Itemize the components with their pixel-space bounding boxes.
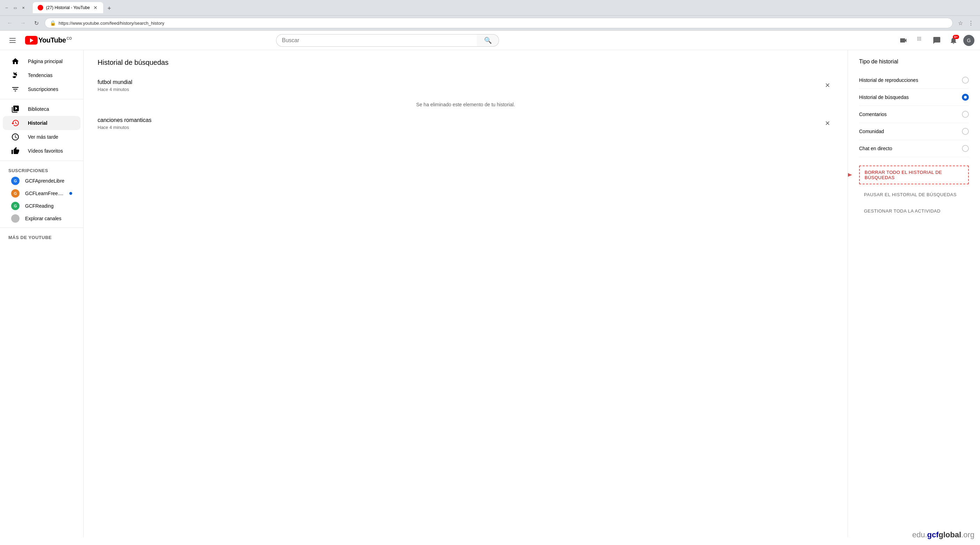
yt-logo[interactable]: YouTube CO bbox=[25, 36, 72, 44]
yt-logo-text: YouTube bbox=[38, 36, 66, 44]
reload-button[interactable]: ↻ bbox=[31, 18, 41, 28]
radio-item-community[interactable]: Comunidad bbox=[859, 123, 969, 140]
library-icon bbox=[11, 105, 19, 113]
delete-all-button[interactable]: BORRAR TODO EL HISTORIAL DE BÚSQUEDAS bbox=[859, 165, 969, 184]
radio-circle-community bbox=[962, 128, 969, 135]
subscriptions-icon bbox=[11, 85, 19, 94]
panel-actions: BORRAR TODO EL HISTORIAL DE BÚSQUEDAS PA… bbox=[859, 165, 969, 217]
sidebar-divider-1 bbox=[0, 99, 83, 99]
sidebar-item-subscriptions-label: Suscripciones bbox=[28, 86, 58, 92]
notifications-icon[interactable]: 9+ bbox=[947, 33, 961, 48]
radio-circle-searches bbox=[962, 94, 969, 101]
history-item-2: canciones romanticas Hace 4 minutos ✕ bbox=[98, 113, 834, 134]
search-button[interactable]: 🔍 bbox=[477, 34, 499, 47]
url-text: https://www.youtube.com/feed/history/sea… bbox=[59, 21, 948, 26]
panel-title: Tipo de historial bbox=[859, 59, 969, 65]
sub-avatar-gcfaprendelibre: G bbox=[11, 177, 19, 185]
history-item-1-info: futbol mundial Hace 4 minutos bbox=[98, 79, 821, 92]
radio-circle-live-chat bbox=[962, 145, 969, 152]
radio-label-community: Comunidad bbox=[859, 129, 884, 134]
chat-icon[interactable] bbox=[930, 33, 944, 48]
radio-label-searches: Historial de búsquedas bbox=[859, 94, 908, 100]
sidebar-sub-gcflearnfree[interactable]: G GCFLearnFree.... bbox=[3, 187, 81, 200]
address-bar: ← → ↻ 🔒 https://www.youtube.com/feed/his… bbox=[0, 15, 980, 30]
sidebar-item-library[interactable]: Biblioteca bbox=[3, 102, 81, 116]
arrow-annotation bbox=[848, 164, 852, 185]
radio-item-comments[interactable]: Comentarios bbox=[859, 106, 969, 123]
search-input[interactable] bbox=[276, 34, 477, 47]
url-bar[interactable]: 🔒 https://www.youtube.com/feed/history/s… bbox=[45, 18, 953, 28]
new-tab-button[interactable]: + bbox=[105, 3, 114, 13]
sidebar-item-home-label: Página principal bbox=[28, 59, 63, 64]
notification-badge: 9+ bbox=[953, 35, 959, 39]
radio-label-live-chat: Chat en directo bbox=[859, 146, 892, 151]
bookmark-icon[interactable]: ☆ bbox=[956, 19, 965, 27]
search-container: 🔍 bbox=[276, 34, 499, 47]
radio-label-comments: Comentarios bbox=[859, 111, 886, 117]
sidebar-item-home[interactable]: Página principal bbox=[3, 54, 81, 68]
history-item-2-remove-button[interactable]: ✕ bbox=[821, 117, 834, 130]
sidebar-divider-3 bbox=[0, 227, 83, 228]
history-item-1-time: Hace 4 minutos bbox=[98, 87, 821, 92]
radio-label-reproductions: Historial de reproducciones bbox=[859, 77, 918, 83]
sub-avatar-gcflearnfree: G bbox=[11, 189, 19, 198]
yt-header: YouTube CO 🔍 bbox=[0, 31, 980, 50]
history-panel: Tipo de historial Historial de reproducc… bbox=[848, 50, 980, 537]
tab-title: (27) Historial - YouTube bbox=[46, 5, 90, 10]
menu-button[interactable] bbox=[6, 33, 19, 48]
history-title: Historial de búsquedas bbox=[98, 59, 834, 67]
history-icon bbox=[11, 119, 19, 127]
sidebar-sub-explore[interactable]: Explorar canales bbox=[3, 212, 81, 225]
yt-logo-icon bbox=[25, 36, 38, 44]
history-item-2-info: canciones romanticas Hace 4 minutos bbox=[98, 117, 821, 130]
subscriptions-section-title: SUSCRIPCIONES bbox=[0, 164, 83, 175]
user-avatar[interactable]: G bbox=[963, 35, 974, 46]
sidebar-item-liked[interactable]: Vídeos favoritos bbox=[3, 144, 81, 158]
watch-later-icon bbox=[11, 133, 19, 141]
radio-item-live-chat[interactable]: Chat en directo bbox=[859, 140, 969, 157]
sidebar-item-library-label: Biblioteca bbox=[28, 106, 49, 112]
back-button[interactable]: ← bbox=[5, 18, 14, 28]
maximize-button[interactable]: ▭ bbox=[12, 5, 18, 11]
sidebar-item-subscriptions[interactable]: Suscripciones bbox=[3, 82, 81, 96]
apps-icon[interactable] bbox=[913, 33, 927, 48]
lock-icon: 🔒 bbox=[50, 20, 56, 26]
radio-circle-reproductions bbox=[962, 77, 969, 84]
delete-action-wrapper: BORRAR TODO EL HISTORIAL DE BÚSQUEDAS bbox=[859, 165, 969, 184]
sidebar-divider-2 bbox=[0, 160, 83, 161]
manage-activity-button[interactable]: GESTIONAR TODA LA ACTIVIDAD bbox=[859, 205, 969, 217]
sidebar-sub-gcfaprendelibre[interactable]: G GCFAprendeLibre bbox=[3, 175, 81, 187]
watermark-suffix: .org bbox=[961, 531, 974, 537]
forward-button[interactable]: → bbox=[18, 18, 28, 28]
upload-video-icon[interactable] bbox=[896, 33, 910, 48]
radio-item-reproductions[interactable]: Historial de reproducciones bbox=[859, 72, 969, 89]
radio-circle-comments bbox=[962, 111, 969, 118]
sidebar-item-history[interactable]: Historial bbox=[3, 116, 81, 130]
watermark-brand: gcf bbox=[927, 531, 939, 537]
history-item-1-query: futbol mundial bbox=[98, 79, 821, 85]
active-tab[interactable]: (27) Historial - YouTube ✕ bbox=[33, 2, 103, 13]
history-item-1-remove-button[interactable]: ✕ bbox=[821, 79, 834, 92]
hamburger-line-1 bbox=[10, 38, 16, 39]
sidebar-item-watch-later[interactable]: Ver más tarde bbox=[3, 130, 81, 144]
sidebar-sub-gcfreading[interactable]: G GCFReading bbox=[3, 200, 81, 212]
sub-label-gcfaprendelibre: GCFAprendeLibre bbox=[25, 178, 64, 184]
pause-history-button[interactable]: PAUSAR EL HISTORIAL DE BÚSQUEDAS bbox=[859, 189, 969, 201]
home-icon bbox=[11, 57, 19, 65]
browser-menu-icon[interactable]: ⋮ bbox=[967, 19, 975, 27]
minimize-button[interactable]: ─ bbox=[3, 5, 10, 11]
radio-item-searches[interactable]: Historial de búsquedas bbox=[859, 89, 969, 106]
yt-logo-co: CO bbox=[67, 37, 72, 40]
title-bar: ─ ▭ ✕ (27) Historial - YouTube ✕ + bbox=[0, 0, 980, 15]
sub-label-gcfreading: GCFReading bbox=[25, 203, 54, 209]
sidebar-item-history-label: Historial bbox=[28, 120, 48, 126]
sub-avatar-explore bbox=[11, 214, 19, 222]
close-button[interactable]: ✕ bbox=[20, 5, 27, 11]
watermark: edu.gcfglobal.org bbox=[912, 531, 974, 537]
sidebar-item-trending[interactable]: Tendencias bbox=[3, 68, 81, 82]
history-item-2-time: Hace 4 minutos bbox=[98, 125, 821, 130]
sidebar-item-watch-later-label: Ver más tarde bbox=[28, 134, 58, 140]
sub-label-explore: Explorar canales bbox=[25, 216, 61, 221]
tab-favicon bbox=[38, 5, 43, 10]
tab-close-button[interactable]: ✕ bbox=[93, 5, 98, 10]
